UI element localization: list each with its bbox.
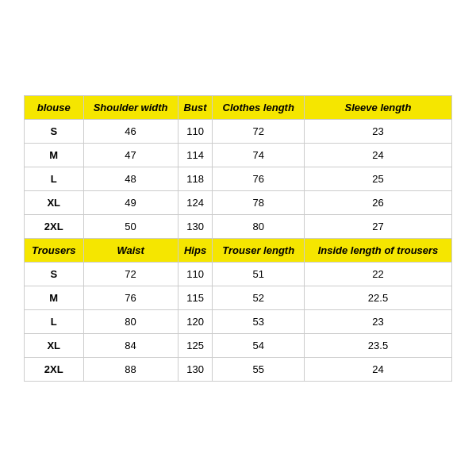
waist-2xl: 88 bbox=[83, 357, 178, 381]
hips-l: 120 bbox=[178, 309, 213, 333]
size-chart: blouse Shoulder width Bust Clothes lengt… bbox=[24, 95, 452, 382]
hips-s: 110 bbox=[178, 262, 213, 286]
trouser-row-m: M 76 115 52 22.5 bbox=[25, 286, 452, 309]
blouse-row-s: S 46 110 72 23 bbox=[25, 119, 452, 143]
size-xl: XL bbox=[25, 190, 84, 214]
bust-xl: 124 bbox=[178, 190, 213, 214]
clothes-length-m: 74 bbox=[213, 143, 304, 167]
trouser-length-l: 53 bbox=[213, 309, 304, 333]
hips-label: Hips bbox=[178, 238, 213, 262]
size-s: S bbox=[25, 119, 84, 143]
trouser-size-2xl: 2XL bbox=[25, 357, 84, 381]
waist-label: Waist bbox=[83, 238, 178, 262]
sleeve-length-xl: 26 bbox=[304, 190, 451, 214]
sleeve-length-m: 24 bbox=[304, 143, 451, 167]
waist-s: 72 bbox=[83, 262, 178, 286]
trouser-length-s: 51 bbox=[213, 262, 304, 286]
trouser-row-l: L 80 120 53 23 bbox=[25, 309, 452, 333]
sleeve-length-l: 25 bbox=[304, 167, 451, 190]
shoulder-width-label: Shoulder width bbox=[83, 95, 178, 119]
trouser-length-m: 52 bbox=[213, 286, 304, 309]
clothes-length-l: 76 bbox=[213, 167, 304, 190]
sleeve-length-label: Sleeve length bbox=[304, 95, 451, 119]
sleeve-length-2xl: 27 bbox=[304, 214, 451, 238]
clothes-length-2xl: 80 bbox=[213, 214, 304, 238]
size-2xl: 2XL bbox=[25, 214, 84, 238]
bust-l: 118 bbox=[178, 167, 213, 190]
trouser-size-xl: XL bbox=[25, 333, 84, 357]
waist-l: 80 bbox=[83, 309, 178, 333]
trousers-header-row: Trousers Waist Hips Trouser length Insid… bbox=[25, 238, 452, 262]
trouser-size-s: S bbox=[25, 262, 84, 286]
trouser-size-m: M bbox=[25, 286, 84, 309]
inside-length-m: 22.5 bbox=[304, 286, 451, 309]
shoulder-xl: 49 bbox=[83, 190, 178, 214]
shoulder-l: 48 bbox=[83, 167, 178, 190]
blouse-row-m: M 47 114 74 24 bbox=[25, 143, 452, 167]
shoulder-2xl: 50 bbox=[83, 214, 178, 238]
bust-2xl: 130 bbox=[178, 214, 213, 238]
blouse-row-l: L 48 118 76 25 bbox=[25, 167, 452, 190]
blouse-row-xl: XL 49 124 78 26 bbox=[25, 190, 452, 214]
trouser-row-s: S 72 110 51 22 bbox=[25, 262, 452, 286]
trousers-label: Trousers bbox=[25, 238, 84, 262]
shoulder-s: 46 bbox=[83, 119, 178, 143]
trouser-length-xl: 54 bbox=[213, 333, 304, 357]
size-table: blouse Shoulder width Bust Clothes lengt… bbox=[24, 95, 452, 382]
inside-length-2xl: 24 bbox=[304, 357, 451, 381]
shoulder-m: 47 bbox=[83, 143, 178, 167]
bust-m: 114 bbox=[178, 143, 213, 167]
clothes-length-s: 72 bbox=[213, 119, 304, 143]
blouse-row-2xl: 2XL 50 130 80 27 bbox=[25, 214, 452, 238]
bust-s: 110 bbox=[178, 119, 213, 143]
inside-length-xl: 23.5 bbox=[304, 333, 451, 357]
inside-length-l: 23 bbox=[304, 309, 451, 333]
inside-length-label: Inside length of trousers bbox=[304, 238, 451, 262]
bust-label: Bust bbox=[178, 95, 213, 119]
size-l: L bbox=[25, 167, 84, 190]
inside-length-s: 22 bbox=[304, 262, 451, 286]
trouser-row-2xl: 2XL 88 130 55 24 bbox=[25, 357, 452, 381]
blouse-header-row: blouse Shoulder width Bust Clothes lengt… bbox=[25, 95, 452, 119]
trouser-row-xl: XL 84 125 54 23.5 bbox=[25, 333, 452, 357]
clothes-length-label: Clothes length bbox=[213, 95, 304, 119]
hips-xl: 125 bbox=[178, 333, 213, 357]
trouser-length-2xl: 55 bbox=[213, 357, 304, 381]
waist-m: 76 bbox=[83, 286, 178, 309]
sleeve-length-s: 23 bbox=[304, 119, 451, 143]
size-m: M bbox=[25, 143, 84, 167]
trouser-length-label: Trouser length bbox=[213, 238, 304, 262]
hips-2xl: 130 bbox=[178, 357, 213, 381]
hips-m: 115 bbox=[178, 286, 213, 309]
waist-xl: 84 bbox=[83, 333, 178, 357]
clothes-length-xl: 78 bbox=[213, 190, 304, 214]
blouse-label: blouse bbox=[25, 95, 84, 119]
trouser-size-l: L bbox=[25, 309, 84, 333]
